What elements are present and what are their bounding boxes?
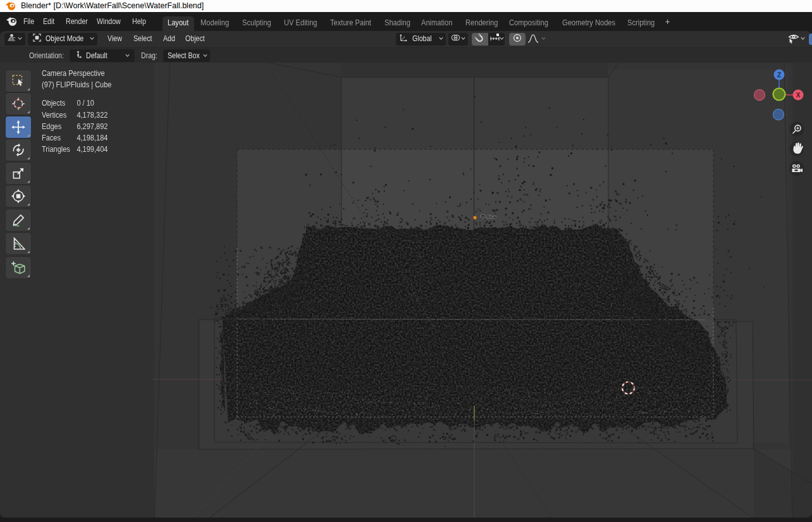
svg-text:Z: Z (777, 71, 781, 78)
svg-text:X: X (796, 92, 801, 99)
svg-text:Cube: Cube (480, 213, 496, 220)
